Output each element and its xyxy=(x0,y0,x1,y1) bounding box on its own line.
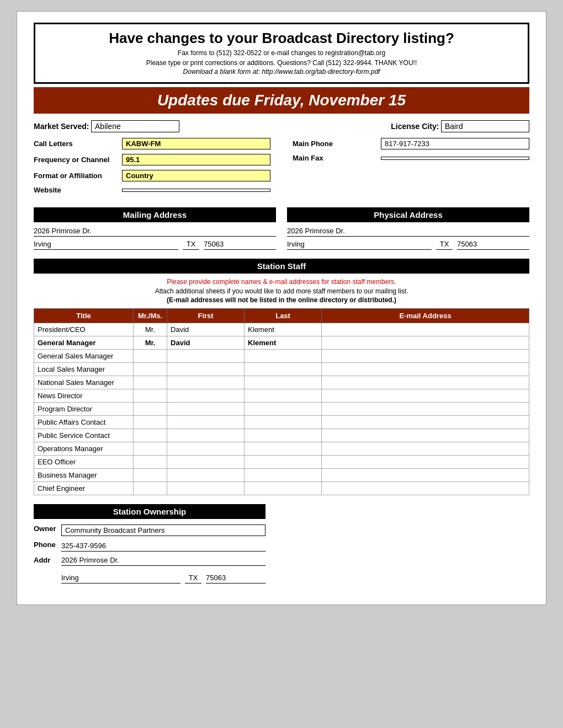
staff-email-cell[interactable] xyxy=(322,389,529,403)
physical-addr-zip: 75063 xyxy=(457,240,529,250)
header-line3: Download a blank form at: http://www.tab… xyxy=(46,68,517,76)
staff-first-cell[interactable] xyxy=(167,350,245,363)
col-email: E-mail Address xyxy=(322,309,529,323)
staff-row: Program Director xyxy=(34,403,529,416)
license-city-value: Baird xyxy=(441,120,529,132)
owner-state: TX xyxy=(185,574,201,584)
staff-title-cell: Chief Engineer xyxy=(34,482,134,495)
staff-row: Chief Engineer xyxy=(34,482,529,495)
staff-mr-cell[interactable] xyxy=(134,363,167,376)
staff-email-cell[interactable] xyxy=(322,456,529,469)
license-city-label: License City: xyxy=(391,122,439,131)
market-served-label: Market Served: xyxy=(34,122,89,131)
staff-last-cell[interactable] xyxy=(245,389,322,403)
owner-value: Community Broadcast Partners xyxy=(61,524,265,536)
staff-first-cell[interactable] xyxy=(167,376,245,389)
frequency-input[interactable]: 95.1 xyxy=(122,154,270,165)
website-row: Website xyxy=(34,186,270,194)
staff-mr-cell[interactable]: Mr. xyxy=(134,336,167,350)
staff-first-cell[interactable] xyxy=(167,442,245,456)
main-fax-label: Main Fax xyxy=(293,154,381,162)
staff-last-cell[interactable] xyxy=(245,416,322,429)
staff-first-cell[interactable] xyxy=(167,389,245,403)
ownership-section: Station Ownership Owner Community Broadc… xyxy=(34,504,265,584)
staff-last-cell[interactable] xyxy=(245,442,322,456)
staff-last-cell[interactable] xyxy=(245,363,322,376)
fields-left: Call Letters KABW-FM Frequency or Channe… xyxy=(34,138,270,199)
staff-email-cell[interactable] xyxy=(322,363,529,376)
staff-first-cell[interactable] xyxy=(167,482,245,495)
staff-row: Local Sales Manager xyxy=(34,363,529,376)
staff-email-cell[interactable] xyxy=(322,429,529,442)
website-input[interactable] xyxy=(122,189,270,192)
staff-mr-cell[interactable] xyxy=(134,482,167,495)
staff-first-cell[interactable] xyxy=(167,403,245,416)
staff-first-cell[interactable]: David xyxy=(167,336,245,350)
staff-email-cell[interactable] xyxy=(322,336,529,350)
staff-first-cell[interactable] xyxy=(167,363,245,376)
staff-email-cell[interactable] xyxy=(322,416,529,429)
format-row: Format or Affiliation Country xyxy=(34,170,270,181)
physical-addr-city-row: Irving TX 75063 xyxy=(287,240,529,250)
mailing-addr-city-row: Irving TX 75063 xyxy=(34,240,276,250)
staff-mr-cell[interactable] xyxy=(134,403,167,416)
staff-last-cell[interactable]: Klement xyxy=(245,323,322,336)
main-fax-input[interactable] xyxy=(381,157,529,160)
staff-mr-cell[interactable] xyxy=(134,416,167,429)
mailing-address-col: Mailing Address 2026 Primrose Dr. Irving… xyxy=(34,207,276,250)
staff-last-cell[interactable] xyxy=(245,456,322,469)
owner-phone-label: Phone xyxy=(34,540,61,549)
staff-mr-cell[interactable] xyxy=(134,469,167,482)
staff-first-cell[interactable] xyxy=(167,469,245,482)
market-served-value: Abilene xyxy=(91,120,179,132)
staff-title-cell: Local Sales Manager xyxy=(34,363,134,376)
staff-note1: Attach additional sheets if you would li… xyxy=(34,287,529,295)
staff-last-cell[interactable] xyxy=(245,350,322,363)
staff-last-cell[interactable] xyxy=(245,469,322,482)
physical-addr-state: TX xyxy=(436,240,453,250)
staff-first-cell[interactable]: David xyxy=(167,323,245,336)
call-letters-row: Call Letters KABW-FM xyxy=(34,138,270,149)
col-first: First xyxy=(167,309,245,323)
staff-mr-cell[interactable] xyxy=(134,429,167,442)
staff-note-red: Please provide complete names & e-mail a… xyxy=(34,278,529,286)
frequency-row: Frequency or Channel 95.1 xyxy=(34,154,270,165)
owner-addr-spacer xyxy=(34,574,61,582)
owner-label: Owner xyxy=(34,524,61,533)
staff-last-cell[interactable]: Klement xyxy=(245,336,322,350)
staff-mr-cell[interactable] xyxy=(134,442,167,456)
staff-first-cell[interactable] xyxy=(167,456,245,469)
staff-email-cell[interactable] xyxy=(322,350,529,363)
staff-table: Title Mr./Ms. First Last E-mail Address … xyxy=(34,308,529,495)
ownership-header: Station Ownership xyxy=(34,504,265,519)
staff-row: EEO Officer xyxy=(34,456,529,469)
staff-last-cell[interactable] xyxy=(245,376,322,389)
staff-mr-cell[interactable] xyxy=(134,456,167,469)
staff-email-cell[interactable] xyxy=(322,323,529,336)
format-label: Format or Affiliation xyxy=(34,172,122,180)
owner-phone-row: Phone 325-437-9596 xyxy=(34,540,265,552)
staff-row: Public Affairs Contact xyxy=(34,416,529,429)
main-phone-input[interactable]: 817-917-7233 xyxy=(381,138,529,149)
staff-mr-cell[interactable] xyxy=(134,350,167,363)
format-input[interactable]: Country xyxy=(122,170,270,181)
staff-last-cell[interactable] xyxy=(245,482,322,495)
staff-email-cell[interactable] xyxy=(322,442,529,456)
staff-first-cell[interactable] xyxy=(167,416,245,429)
staff-title-cell: Program Director xyxy=(34,403,134,416)
market-served-group: Market Served: Abilene xyxy=(34,120,179,132)
fields-right: Main Phone 817-917-7233 Main Fax xyxy=(293,138,529,199)
staff-mr-cell[interactable] xyxy=(134,389,167,403)
mailing-address-header: Mailing Address xyxy=(34,207,276,222)
license-city-group: License City: Baird xyxy=(391,120,529,132)
staff-email-cell[interactable] xyxy=(322,469,529,482)
staff-mr-cell[interactable] xyxy=(134,376,167,389)
staff-email-cell[interactable] xyxy=(322,482,529,495)
staff-mr-cell[interactable]: Mr. xyxy=(134,323,167,336)
staff-email-cell[interactable] xyxy=(322,403,529,416)
staff-last-cell[interactable] xyxy=(245,429,322,442)
staff-last-cell[interactable] xyxy=(245,403,322,416)
staff-email-cell[interactable] xyxy=(322,376,529,389)
staff-first-cell[interactable] xyxy=(167,429,245,442)
call-letters-input[interactable]: KABW-FM xyxy=(122,138,270,149)
